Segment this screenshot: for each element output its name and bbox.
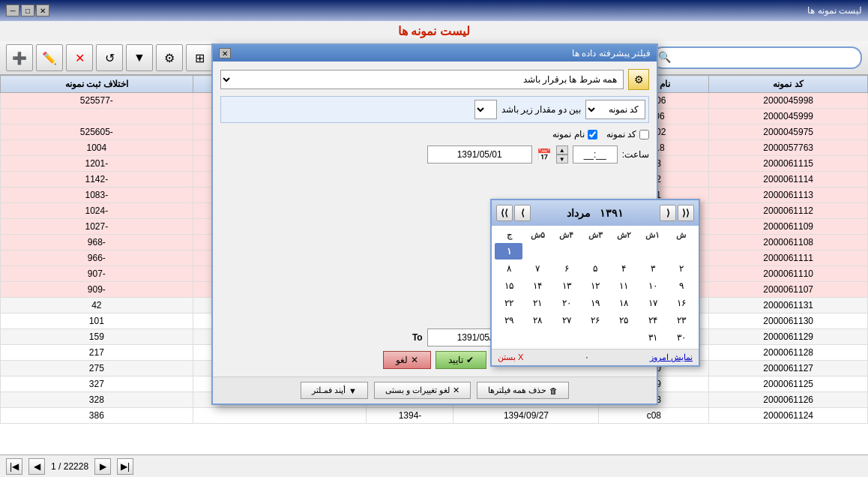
time-from-down[interactable]: ▼ [556, 154, 568, 164]
edit-button[interactable]: ✏️ [36, 44, 63, 71]
table-cell: 159 [1, 329, 193, 345]
cal-day[interactable]: ۶ [552, 260, 580, 277]
confirm-label: تایید [448, 355, 463, 365]
cal-day[interactable]: ۲۴ [639, 312, 666, 328]
first-page-button[interactable]: |◀ [6, 458, 22, 475]
cancel-close-button[interactable]: ✕ لغو تغییرات و بستی [374, 382, 471, 399]
table-cell: 42 [1, 298, 193, 314]
cal-nav-left: ⟩ ⟩⟩ [496, 205, 531, 221]
table-cell: 2000057763 [709, 140, 868, 156]
cal-day[interactable]: ۱۱ [610, 278, 638, 294]
cal-day[interactable]: ۲۲ [495, 295, 522, 311]
cal-day[interactable]: ۲۸ [523, 312, 551, 328]
cal-day[interactable]: ۲۹ [495, 312, 522, 328]
cal-day[interactable]: ۴ [610, 260, 638, 277]
table-cell: 2000045999 [709, 109, 868, 124]
cal-day[interactable]: ۱۹ [581, 295, 609, 311]
weekday-sun: ۱ش [638, 229, 666, 242]
cal-day[interactable]: ۹ [668, 278, 696, 294]
cal-day[interactable]: ۲۵ [610, 312, 638, 328]
last-page-button[interactable]: ▶| [117, 458, 133, 475]
gear-button[interactable]: ⚙ [628, 69, 649, 90]
cal-day[interactable]: ۱ [495, 243, 522, 260]
close-calendar-button[interactable]: X بستن [498, 352, 523, 362]
cal-day[interactable]: ۱۰ [639, 278, 666, 294]
cal-day[interactable]: ۷ [523, 260, 551, 277]
apply-filter-label: أپند فمـلتر [312, 386, 346, 395]
cal-day[interactable]: ۱۸ [610, 295, 638, 311]
table-cell: 275 [1, 361, 193, 376]
prev-page-button[interactable]: ◀ [28, 458, 45, 475]
cal-footer: نمایش امروز ۰ X بستن [492, 349, 699, 365]
cal-day[interactable]: ۳ [639, 260, 666, 277]
cal-day [552, 243, 580, 260]
search-input[interactable] [652, 46, 862, 69]
table-cell: 2000061114 [709, 172, 868, 188]
cal-day[interactable]: ۱۳ [552, 278, 580, 294]
checkbox-name-input[interactable] [588, 130, 597, 140]
cal-day[interactable]: ۲۷ [552, 312, 580, 328]
between-select[interactable]: ▼ [474, 100, 497, 119]
cal-day[interactable]: ۸ [495, 260, 522, 277]
next-page-button[interactable]: ▶ [94, 458, 111, 475]
apply-filter-button[interactable]: ▼ أپند فمـلتر [301, 382, 368, 399]
checkbox-code-input[interactable] [639, 130, 649, 140]
maximize-button[interactable]: □ [21, 4, 34, 16]
minimize-button[interactable]: ─ [6, 4, 19, 16]
apply-filter-icon: ▼ [349, 386, 357, 395]
cal-day[interactable]: ۲۶ [581, 312, 609, 328]
time-from-up[interactable]: ▲ [556, 146, 568, 154]
table-cell: 2000061128 [709, 345, 868, 361]
table-cell: 2000061115 [709, 156, 868, 172]
filter-button[interactable]: ▼ [126, 44, 153, 71]
add-button[interactable]: ➕ [6, 44, 33, 71]
cal-day[interactable]: ۱۵ [495, 278, 522, 294]
cal-day[interactable]: ۱۷ [639, 295, 666, 311]
delete-button[interactable]: ✕ [66, 44, 93, 71]
cal-prev-year-button[interactable]: ⟨⟨ [678, 205, 694, 221]
cancel-button[interactable]: ✕ لغو [383, 351, 431, 369]
settings-button[interactable]: ⚙ [156, 44, 183, 71]
table-cell: 328 [1, 392, 193, 408]
cal-next-month-button[interactable]: ⟩ [514, 205, 531, 221]
cal-day[interactable]: ۱۶ [668, 295, 696, 311]
cal-weekdays: ش ۱ش ۲ش ۳ش ۴ش ۵ش ج [495, 229, 696, 242]
calendar-from-icon[interactable]: 📅 [537, 148, 552, 162]
grid-button[interactable]: ⊞ [186, 44, 213, 71]
table-cell: 386 [1, 408, 193, 424]
today-num: ۰ [585, 352, 589, 362]
table-cell: -968 [1, 235, 193, 250]
table-row[interactable]: 2000061124c081394/09/27-1394386 [1, 408, 868, 424]
cal-year: ۱۳۹۱ [600, 207, 624, 219]
cal-day[interactable]: ۲۰ [552, 295, 580, 311]
cal-month-year: ۱۳۹۱ مرداد [567, 207, 624, 219]
cal-day[interactable]: ۲۱ [523, 295, 551, 311]
refresh-button[interactable]: ↺ [96, 44, 123, 71]
cal-day[interactable]: ۳۰ [668, 329, 696, 346]
cal-day[interactable]: ۲۳ [668, 312, 696, 328]
window-title: لیست نمونه ها [807, 5, 862, 16]
table-cell: -966 [1, 250, 193, 266]
condition-select[interactable]: همه شرط ها برقرار باشد [220, 70, 624, 89]
cal-day [639, 243, 666, 260]
cal-day [581, 329, 609, 346]
cal-day[interactable]: ۳۱ [639, 329, 666, 346]
cal-prev-month-button[interactable]: ⟨ [660, 205, 676, 221]
field-select[interactable]: کد نمونه نام نمونه [585, 100, 645, 119]
delete-filters-button[interactable]: 🗑 حذف همه فیلترها [477, 382, 569, 399]
cal-day[interactable]: ۵ [581, 260, 609, 277]
time-from-input[interactable] [573, 146, 618, 164]
confirm-button[interactable]: ✔ تایید [435, 351, 486, 369]
dialog-close-button[interactable]: ✕ [219, 48, 231, 58]
close-window-button[interactable]: ✕ [36, 4, 49, 16]
cal-day [495, 329, 522, 346]
cal-day[interactable]: ۲ [668, 260, 696, 277]
cal-next-year-button[interactable]: ⟩⟩ [496, 205, 513, 221]
checkbox-name-label: نام نمونه [552, 129, 584, 140]
cal-day [523, 243, 551, 260]
cal-day[interactable]: ۱۴ [523, 278, 551, 294]
checkbox-code: کد نمونه [606, 129, 649, 140]
date-from-input[interactable] [427, 146, 532, 164]
cal-day[interactable]: ۱۲ [581, 278, 609, 294]
today-button[interactable]: نمایش امروز [650, 352, 693, 362]
